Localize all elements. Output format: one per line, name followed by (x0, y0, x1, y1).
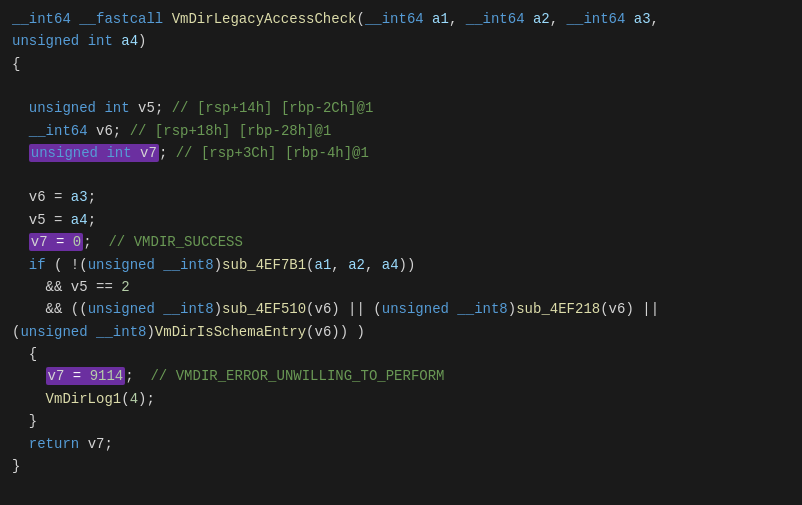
fn-sub-4EF510: sub_4EF510 (222, 301, 306, 317)
code-line-7: unsigned int v7; // [rsp+3Ch] [rbp-4h]@1 (0, 142, 802, 164)
keyword-int8-14b: __int8 (457, 301, 507, 317)
keyword-int64-1: __int64 (12, 11, 71, 27)
param-a3-ref: a3 (71, 189, 88, 205)
code-line-14: && ((unsigned __int8)sub_4EF510(v6) || (… (0, 298, 802, 320)
code-line-2: unsigned int a4) (0, 30, 802, 52)
number-9114: 9114 (90, 368, 124, 384)
keyword-unsigned-15: unsigned (20, 324, 87, 340)
keyword-unsigned-5: unsigned (29, 100, 96, 116)
number-zero: 0 (73, 234, 81, 250)
number-2: 2 (121, 279, 129, 295)
code-line-13: && v5 == 2 (0, 276, 802, 298)
var-v6-decl: v6 (96, 123, 113, 139)
param-a3: a3 (634, 11, 651, 27)
function-name: VmDirLegacyAccessCheck (172, 11, 357, 27)
param-a1-ref: a1 (315, 257, 332, 273)
var-v7-return: v7 (88, 436, 105, 452)
code-container: __int64 __fastcall VmDirLegacyAccessChec… (0, 0, 802, 505)
keyword-fastcall: __fastcall (79, 11, 163, 27)
var-v5-decl: v5 (138, 100, 155, 116)
keyword-unsigned-14b: unsigned (382, 301, 449, 317)
code-line-4 (0, 75, 802, 97)
code-line-11: v7 = 0; // VMDIR_SUCCESS (0, 231, 802, 253)
keyword-unsigned-14a: unsigned (88, 301, 155, 317)
keyword-unsigned-7: unsigned (31, 145, 98, 161)
number-4: 4 (130, 391, 138, 407)
keyword-unsigned-12: unsigned (88, 257, 155, 273)
var-v5-assign: v5 (29, 212, 46, 228)
code-line-21: } (0, 455, 802, 477)
var-v6-ref1: v6 (315, 301, 332, 317)
code-line-3: { (0, 53, 802, 75)
keyword-int8-14a: __int8 (163, 301, 213, 317)
param-a2: a2 (533, 11, 550, 27)
code-line-9: v6 = a3; (0, 186, 802, 208)
fn-vmdir-schema-entry: VmDirIsSchemaEntry (155, 324, 306, 340)
keyword-int-7: int (106, 145, 131, 161)
highlight-unsigned-int-v7: unsigned int v7 (29, 144, 159, 162)
keyword-int64-p2: __int64 (466, 11, 525, 27)
highlight-v7-9114: v7 = 9114 (46, 367, 126, 385)
keyword-int64-p3: __int64 (567, 11, 626, 27)
param-a1: a1 (432, 11, 449, 27)
var-v7-9114: v7 (48, 368, 65, 384)
keyword-int64-p1: __int64 (365, 11, 424, 27)
keyword-int-5: int (104, 100, 129, 116)
keyword-int8-15: __int8 (96, 324, 146, 340)
code-line-10: v5 = a4; (0, 209, 802, 231)
comment-11: // VMDIR_SUCCESS (108, 234, 242, 250)
code-line-16: { (0, 343, 802, 365)
fn-vmdirlog1: VmDirLog1 (46, 391, 122, 407)
keyword-int-2: int (88, 33, 113, 49)
keyword-int8-12: __int8 (163, 257, 213, 273)
var-v6-ref2: v6 (609, 301, 626, 317)
keyword-int64-6: __int64 (29, 123, 88, 139)
var-v6-assign: v6 (29, 189, 46, 205)
param-a2-ref: a2 (348, 257, 365, 273)
param-a4: a4 (121, 33, 138, 49)
code-line-5: unsigned int v5; // [rsp+14h] [rbp-2Ch]@… (0, 97, 802, 119)
comment-17: // VMDIR_ERROR_UNWILLING_TO_PERFORM (150, 368, 444, 384)
comment-5: // [rsp+14h] [rbp-2Ch]@1 (172, 100, 374, 116)
code-line-17: v7 = 9114; // VMDIR_ERROR_UNWILLING_TO_P… (0, 365, 802, 387)
code-line-12: if ( !(unsigned __int8)sub_4EF7B1(a1, a2… (0, 254, 802, 276)
code-line-19: } (0, 410, 802, 432)
highlight-v7-zero: v7 = 0 (29, 233, 83, 251)
code-line-6: __int64 v6; // [rsp+18h] [rbp-28h]@1 (0, 120, 802, 142)
code-line-1: __int64 __fastcall VmDirLegacyAccessChec… (0, 8, 802, 30)
var-v7-zero: v7 (31, 234, 48, 250)
var-v7-decl: v7 (140, 145, 157, 161)
fn-sub-4EF7B1: sub_4EF7B1 (222, 257, 306, 273)
param-a4-ref: a4 (71, 212, 88, 228)
var-v6-ref3: v6 (315, 324, 332, 340)
var-v5-cmp: v5 (71, 279, 88, 295)
code-line-8 (0, 164, 802, 186)
code-line-18: VmDirLog1(4); (0, 388, 802, 410)
code-line-20: return v7; (0, 433, 802, 455)
param-a4-ref2: a4 (382, 257, 399, 273)
comment-6: // [rsp+18h] [rbp-28h]@1 (130, 123, 332, 139)
keyword-if: if (29, 257, 46, 273)
fn-sub-4EF218: sub_4EF218 (516, 301, 600, 317)
comment-7: // [rsp+3Ch] [rbp-4h]@1 (176, 145, 369, 161)
code-line-15: (unsigned __int8)VmDirIsSchemaEntry(v6))… (0, 321, 802, 343)
keyword-unsigned-2: unsigned (12, 33, 79, 49)
keyword-return: return (29, 436, 79, 452)
